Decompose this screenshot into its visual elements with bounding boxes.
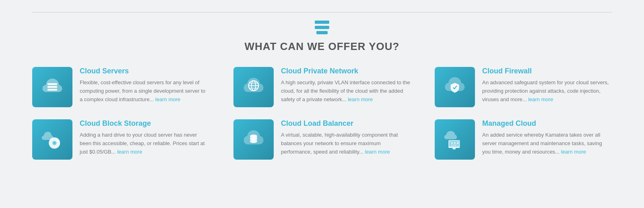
cloud-firewall-desc: An advanced safeguard system for your cl… — [482, 79, 612, 104]
svg-point-21 — [454, 142, 456, 144]
managed-cloud-desc: An added service whereby Kamatera takes … — [482, 131, 612, 156]
cloud-servers-title: Cloud Servers — [80, 67, 209, 75]
cloud-private-network-icon-box — [233, 67, 274, 107]
server-stack-icon — [315, 21, 329, 34]
cloud-servers-content: Cloud Servers Flexible, cost-effective c… — [80, 67, 209, 104]
managed-cloud-learn-more[interactable]: learn more — [561, 149, 586, 155]
cloud-firewall-learn-more[interactable]: learn more — [528, 96, 553, 102]
card-cloud-load-balancer: Cloud Load Balancer A virtual, scalable,… — [233, 119, 411, 160]
cards-grid: Cloud Servers Flexible, cost-effective c… — [32, 67, 612, 160]
cloud-private-network-title: Cloud Private Network — [281, 67, 411, 75]
cloud-firewall-icon-box — [435, 67, 475, 107]
card-cloud-block-storage: Cloud Block Storage Adding a hard drive … — [32, 119, 209, 160]
top-divider — [32, 12, 612, 12]
svg-point-20 — [451, 142, 453, 144]
svg-point-10 — [54, 142, 56, 144]
cloud-load-balancer-icon-box — [233, 119, 274, 160]
cloud-private-network-desc: A high security, private VLAN interface … — [281, 79, 411, 104]
cloud-servers-icon-box — [32, 67, 72, 107]
cloud-servers-desc: Flexible, cost-effective cloud servers f… — [80, 79, 209, 104]
card-cloud-firewall: Cloud Firewall An advanced safeguard sys… — [435, 67, 612, 107]
cloud-private-network-content: Cloud Private Network A high security, p… — [281, 67, 411, 104]
cloud-firewall-content: Cloud Firewall An advanced safeguard sys… — [482, 67, 612, 104]
cloud-block-storage-desc: Adding a hard drive to your cloud server… — [80, 131, 209, 156]
card-managed-cloud: Managed Cloud An added service whereby K… — [435, 119, 612, 160]
cloud-block-storage-learn-more[interactable]: learn more — [117, 149, 142, 155]
cloud-block-storage-content: Cloud Block Storage Adding a hard drive … — [80, 119, 209, 156]
cloud-servers-learn-more[interactable]: learn more — [155, 96, 180, 102]
card-cloud-private-network: Cloud Private Network A high security, p… — [233, 67, 411, 107]
cloud-load-balancer-desc: A virtual, scalable, high-availability c… — [281, 131, 411, 156]
managed-cloud-content: Managed Cloud An added service whereby K… — [482, 119, 612, 156]
cloud-load-balancer-content: Cloud Load Balancer A virtual, scalable,… — [281, 119, 411, 156]
svg-rect-19 — [453, 148, 456, 150]
managed-cloud-icon-box — [435, 119, 475, 160]
card-cloud-servers: Cloud Servers Flexible, cost-effective c… — [32, 67, 209, 107]
svg-rect-18 — [449, 141, 459, 147]
cloud-block-storage-title: Cloud Block Storage — [80, 119, 209, 128]
page-wrapper: WHAT CAN WE OFFER YOU? Cloud Servers Fle… — [0, 0, 644, 176]
cloud-load-balancer-title: Cloud Load Balancer — [281, 119, 411, 128]
managed-cloud-title: Managed Cloud — [482, 119, 612, 128]
header-icon-area — [32, 21, 612, 34]
svg-rect-1 — [47, 89, 58, 90]
svg-rect-0 — [47, 86, 58, 87]
cloud-private-network-learn-more[interactable]: learn more — [348, 96, 373, 102]
svg-point-22 — [457, 142, 458, 144]
cloud-firewall-title: Cloud Firewall — [482, 67, 612, 75]
svg-rect-2 — [47, 83, 58, 85]
cloud-load-balancer-learn-more[interactable]: learn more — [365, 149, 390, 155]
section-title: WHAT CAN WE OFFER YOU? — [32, 40, 612, 53]
svg-point-16 — [250, 140, 257, 143]
cloud-block-storage-icon-box — [32, 119, 72, 160]
